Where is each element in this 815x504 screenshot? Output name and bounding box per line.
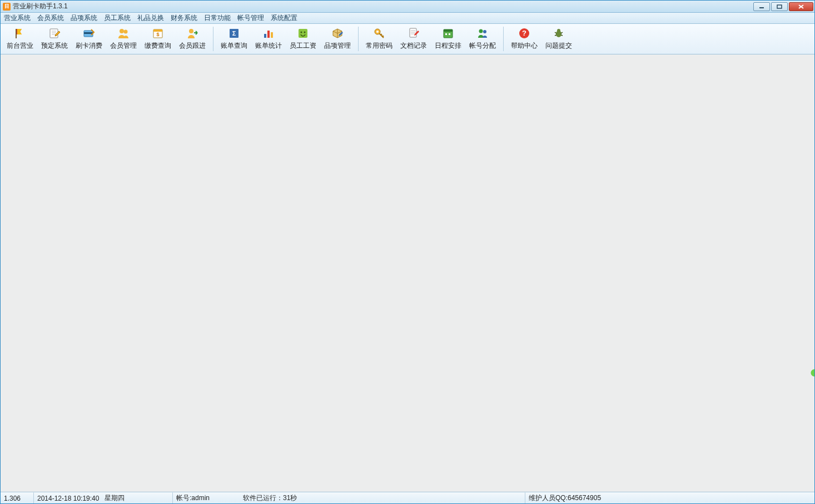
tb-common-password[interactable]: 常用密码 [362,25,396,53]
tb-payment-query[interactable]: $ 缴费查询 [141,25,175,53]
tb-label: 缴费查询 [145,41,171,51]
tb-label: 员工工资 [290,41,316,51]
smiley-money-icon [297,27,309,39]
menu-product-system[interactable]: 品项系统 [71,13,97,23]
status-center-cell: 帐号:admin 软件已运行：31秒 [173,492,525,503]
status-runtime: 软件已运行：31秒 [243,493,297,503]
bar-chart-icon [262,27,275,39]
tb-member-follow[interactable]: 会员跟进 [175,25,210,53]
svg-text:$: $ [156,32,159,37]
status-version: 1.306 [1,492,34,503]
toolbar: 前台营业 预定系统 刷卡消费 会员管理 $ 缴费查询 会员跟进 Σ 账单查询 [1,24,814,54]
svg-rect-20 [267,31,270,38]
document-pencil-icon [407,27,420,39]
tb-front-business[interactable]: 前台营业 [3,25,37,53]
tb-member-manage[interactable]: 会员管理 [106,25,141,53]
svg-rect-19 [264,34,266,38]
tb-schedule[interactable]: 日程安排 [431,25,465,53]
minimize-button[interactable] [753,2,770,11]
svg-rect-32 [444,29,453,32]
menubar: 营业系统 会员系统 品项系统 员工系统 礼品兑换 财务系统 日常功能 帐号管理 … [1,13,814,24]
toolbar-separator [503,27,504,51]
help-icon: ? [518,27,530,39]
menu-account-manage[interactable]: 帐号管理 [237,13,264,23]
tb-label: 账单统计 [255,41,282,51]
svg-point-12 [124,30,128,34]
tb-account-assign[interactable]: 帐号分配 [465,25,500,53]
box-edit-icon [331,27,344,39]
tb-bill-query[interactable]: Σ 账单查询 [217,25,251,53]
menu-gift-exchange[interactable]: 礼品兑换 [137,13,164,23]
svg-line-43 [555,35,556,36]
tb-label: 品项管理 [324,41,351,51]
bug-icon [553,27,565,39]
svg-point-11 [120,29,124,33]
app-icon: 目 [3,3,11,11]
maximize-button[interactable] [771,2,788,11]
titlebar[interactable]: 目 营业刷卡助手1.3.1 [1,1,814,13]
svg-text:Σ: Σ [232,30,236,37]
tb-label: 帐号分配 [469,41,496,51]
card-swipe-icon [83,27,95,39]
svg-point-23 [301,32,302,33]
svg-point-16 [189,29,193,33]
calendar-icon [442,27,454,39]
close-button[interactable] [789,2,813,11]
svg-rect-34 [449,33,450,35]
svg-point-40 [557,29,560,32]
svg-rect-10 [84,32,93,34]
menu-finance-system[interactable]: 财务系统 [171,13,197,23]
tb-label: 日程安排 [435,41,461,51]
menu-business-system[interactable]: 营业系统 [4,13,31,23]
status-weekday: 星期四 [105,493,125,503]
svg-point-26 [376,31,379,33]
user-arrow-icon [186,27,198,39]
svg-rect-1 [777,5,782,8]
maximize-icon [776,4,783,9]
svg-point-36 [483,30,486,33]
tb-label: 会员跟进 [179,41,206,51]
tb-help-center[interactable]: ? 帮助中心 [507,25,541,53]
tb-reservation[interactable]: 预定系统 [37,25,72,53]
tb-bill-stats[interactable]: 账单统计 [251,25,286,53]
window-title: 营业刷卡助手1.3.1 [13,2,68,11]
tb-label: 账单查询 [221,41,247,51]
tb-label: 常用密码 [366,41,392,51]
svg-rect-21 [271,32,273,38]
svg-line-44 [561,35,563,36]
svg-rect-4 [16,29,17,38]
status-datetime-cell: 2014-12-18 10:19:40 星期四 [34,492,173,503]
users-icon [117,27,130,39]
svg-rect-33 [445,33,447,35]
toolbar-separator [213,27,213,51]
tb-staff-salary[interactable]: 员工工资 [286,25,320,53]
tb-label: 预定系统 [41,41,68,51]
tb-label: 会员管理 [110,41,137,51]
sigma-box-icon: Σ [228,27,240,39]
tb-label: 前台营业 [7,41,33,51]
tb-document-record[interactable]: 文档记录 [396,25,431,53]
menu-system-config[interactable]: 系统配置 [271,13,297,23]
status-maintainer: 维护人员QQ:645674905 [525,492,814,503]
menu-staff-system[interactable]: 员工系统 [104,13,131,23]
close-icon [797,4,805,9]
users-color-icon [476,27,489,39]
calendar-money-icon: $ [152,27,164,39]
tb-card-consume[interactable]: 刷卡消费 [72,25,106,53]
content-area [1,54,814,492]
svg-point-35 [479,29,483,33]
status-account: 帐号:admin [176,493,232,503]
app-window: 目 营业刷卡助手1.3.1 营业系统 会员系统 品项系统 员工系统 礼品兑换 财… [0,0,815,504]
toolbar-separator [358,27,359,51]
status-datetime: 2014-12-18 10:19:40 [37,495,99,502]
statusbar: 1.306 2014-12-18 10:19:40 星期四 帐号:admin 软… [1,492,814,503]
minimize-icon [758,4,765,9]
flag-icon [14,27,26,39]
key-icon [373,27,385,39]
tb-issue-submit[interactable]: 问题提交 [541,25,576,53]
tb-label: 问题提交 [545,41,572,51]
tb-product-manage[interactable]: 品项管理 [320,25,355,53]
menu-daily-functions[interactable]: 日常功能 [204,13,231,23]
tb-label: 文档记录 [400,41,427,51]
menu-member-system[interactable]: 会员系统 [37,13,64,23]
